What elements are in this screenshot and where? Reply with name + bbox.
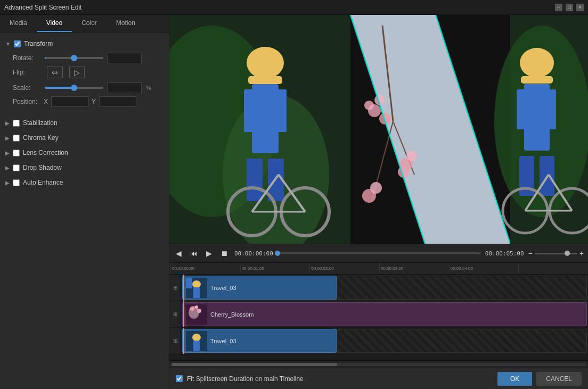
scale-slider[interactable] [45, 87, 103, 89]
svg-point-54 [192, 334, 201, 341]
zoom-in-button[interactable]: + [579, 249, 584, 258]
x-label: X [44, 98, 48, 105]
track-1-clip[interactable]: Travel_03 [182, 276, 337, 300]
scale-input[interactable]: 100.00 [108, 82, 142, 93]
main-layout: Media Video Color Motion ▼ Transform Rot… [0, 15, 588, 389]
close-button[interactable]: × [576, 4, 584, 11]
drop-shadow-checkbox[interactable] [13, 164, 20, 171]
stop-button[interactable]: ⏹ [218, 248, 230, 259]
chroma-key-section[interactable]: ▶ Chroma Key [0, 130, 169, 145]
track-2-playhead [183, 301, 184, 327]
cancel-button[interactable]: CANCEL [536, 372, 582, 386]
zoom-out-button[interactable]: − [528, 249, 533, 258]
track-3-clip[interactable]: Travel_03 [182, 329, 337, 353]
track-3: ⊞ Travel_03 [169, 328, 588, 354]
scrollbar-thumb[interactable] [172, 363, 337, 366]
rotate-slider[interactable] [45, 57, 103, 59]
scrollbar-track[interactable] [172, 363, 586, 366]
svg-point-3 [247, 47, 284, 79]
play-button[interactable]: ▶ [204, 248, 214, 259]
rotate-row: Rotate: 0.00 [13, 53, 162, 63]
position-x-input[interactable]: -225.9 [51, 96, 88, 107]
fit-duration-checkbox[interactable] [176, 375, 183, 382]
stabilization-section[interactable]: ▶ Stabilization [0, 115, 169, 130]
title-bar: Advanced Split Screen Edit − □ × [0, 0, 588, 15]
maximize-button[interactable]: □ [566, 4, 573, 11]
ok-button[interactable]: OK [497, 372, 532, 386]
transform-checkbox[interactable] [14, 40, 21, 47]
timeline-area: 00:00:00:00 00:00:01:00 00:00:02:00 00:0… [169, 263, 588, 368]
svg-point-24 [406, 151, 417, 161]
flip-vertical-button[interactable]: ▷ [69, 67, 85, 78]
position-y-input[interactable]: 0.0 [99, 96, 136, 107]
track-1-content[interactable]: Travel_03 [181, 275, 588, 301]
ruler-mark-2: 00:00:02:00 [309, 263, 379, 274]
auto-enhance-arrow-icon: ▶ [5, 180, 10, 186]
tab-media[interactable]: Media [0, 15, 37, 32]
minimize-button[interactable]: − [555, 4, 562, 11]
ruler-mark-0: 00:00:00:00 [170, 263, 240, 274]
track-3-tail [338, 329, 587, 353]
lens-correction-checkbox[interactable] [13, 150, 20, 156]
stabilization-label: Stabilization [23, 119, 58, 127]
track-1-thumb [186, 278, 207, 298]
svg-point-52 [197, 309, 201, 313]
svg-point-22 [364, 101, 374, 110]
timeline-scrollbar [169, 360, 588, 368]
scale-label: Scale: [13, 84, 40, 92]
track-2-icon: ⊞ [169, 301, 181, 327]
zoom-slider[interactable] [535, 253, 577, 254]
chroma-key-label: Chroma Key [23, 134, 59, 142]
svg-rect-47 [193, 287, 200, 298]
svg-point-32 [520, 48, 554, 78]
drop-shadow-section[interactable]: ▶ Drop Shadow [0, 160, 169, 175]
tab-motion[interactable]: Motion [107, 15, 145, 32]
ruler-marks: 00:00:00:00 00:00:01:00 00:00:02:00 00:0… [170, 263, 588, 274]
track-3-thumb [186, 331, 207, 351]
bottom-bar: Fit Splitscreen Duration on main Timelin… [169, 368, 588, 389]
transform-section-header: ▼ Transform [0, 37, 169, 51]
rewind-button[interactable]: ◀ [174, 248, 184, 259]
track-1-tail [338, 276, 587, 300]
auto-enhance-section[interactable]: ▶ Auto Enhance [0, 175, 169, 190]
tab-video[interactable]: Video [37, 15, 72, 32]
track-1-label: Travel_03 [210, 285, 236, 291]
fit-duration-label: Fit Splitscreen Duration on main Timelin… [187, 375, 304, 383]
svg-rect-55 [193, 341, 200, 351]
ruler-mark-5 [518, 263, 588, 274]
time-current: 00:00:00:00 [234, 250, 273, 257]
ruler-mark-4: 00:00:04:00 [449, 263, 519, 274]
svg-point-27 [370, 182, 382, 194]
stabilization-checkbox[interactable] [13, 120, 20, 127]
rotate-input[interactable]: 0.00 [108, 53, 142, 63]
ruler-mark-1: 00:00:01:00 [240, 263, 310, 274]
chroma-key-checkbox[interactable] [13, 135, 20, 142]
svg-rect-33 [521, 76, 553, 84]
track-1-icon: ⊞ [169, 275, 181, 301]
prev-frame-button[interactable]: ⏮ [188, 248, 200, 259]
lens-correction-label: Lens Correction [23, 149, 68, 156]
track-2-clip[interactable]: Cherry_Blossom [182, 302, 587, 326]
ruler-mark-3: 00:00:03:00 [379, 263, 449, 274]
track-3-content[interactable]: Travel_03 [181, 328, 588, 354]
flip-horizontal-button[interactable]: ⇔ [47, 67, 63, 78]
scale-unit: % [146, 85, 151, 91]
progress-bar[interactable] [277, 252, 481, 254]
svg-point-45 [192, 280, 201, 288]
lens-correction-section[interactable]: ▶ Lens Correction [0, 145, 169, 160]
svg-point-51 [195, 305, 198, 309]
chroma-key-arrow-icon: ▶ [5, 135, 10, 141]
timeline-ruler: 00:00:00:00 00:00:01:00 00:00:02:00 00:0… [169, 263, 588, 275]
track-2-content[interactable]: Cherry_Blossom [181, 301, 588, 327]
track-1-playhead [183, 275, 184, 301]
playback-controls: ◀ ⏮ ▶ ⏹ 00:00:00:00 00:00:05:00 − + [169, 244, 588, 263]
right-content: ◀ ⏮ ▶ ⏹ 00:00:00:00 00:00:05:00 − + 00:0… [169, 15, 588, 389]
auto-enhance-checkbox[interactable] [13, 179, 20, 186]
svg-rect-7 [271, 89, 287, 132]
position-label: Position: [13, 98, 40, 105]
tab-color[interactable]: Color [72, 15, 107, 32]
position-row: Position: X -225.9 Y 0.0 [13, 96, 162, 107]
drop-shadow-arrow-icon: ▶ [5, 165, 10, 171]
svg-rect-36 [541, 89, 556, 129]
auto-enhance-label: Auto Enhance [23, 179, 63, 186]
